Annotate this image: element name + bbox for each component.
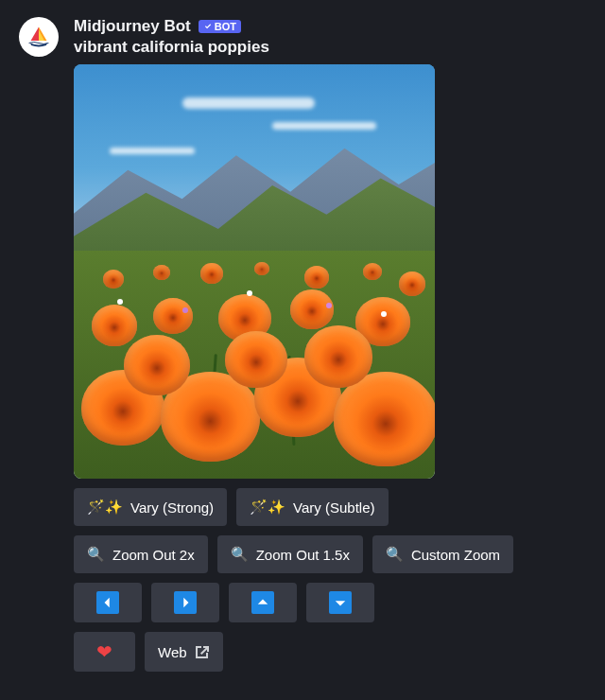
check-icon xyxy=(203,22,213,31)
vary-subtle-label: Vary (Subtle) xyxy=(293,499,374,516)
heart-icon: ❤ xyxy=(96,640,112,663)
generated-image[interactable] xyxy=(74,64,435,479)
zoom-out-2x-button[interactable]: 🔍 Zoom Out 2x xyxy=(74,535,208,573)
zoom-out-1-5x-button[interactable]: 🔍 Zoom Out 1.5x xyxy=(217,535,363,573)
author-name: Midjourney Bot xyxy=(74,17,191,36)
arrow-right-icon xyxy=(174,591,197,614)
zoom-15x-label: Zoom Out 1.5x xyxy=(256,547,350,563)
arrow-up-icon xyxy=(251,591,274,614)
vary-subtle-button[interactable]: 🪄✨ Vary (Subtle) xyxy=(236,488,388,526)
pan-down-button[interactable] xyxy=(306,583,374,622)
magnifier-icon: 🔍 xyxy=(386,546,404,563)
pan-up-button[interactable] xyxy=(229,583,297,622)
bot-badge-label: BOT xyxy=(215,21,236,32)
button-row-zoom: 🔍 Zoom Out 2x 🔍 Zoom Out 1.5x 🔍 Custom Z… xyxy=(74,535,586,573)
bot-badge: BOT xyxy=(199,20,241,33)
web-label: Web xyxy=(158,644,187,660)
message: Midjourney Bot BOT vibrant california po… xyxy=(0,0,605,691)
arrow-left-icon xyxy=(96,591,119,614)
zoom-2x-label: Zoom Out 2x xyxy=(112,547,195,563)
avatar xyxy=(19,17,59,57)
custom-zoom-label: Custom Zoom xyxy=(411,547,500,563)
custom-zoom-button[interactable]: 🔍 Custom Zoom xyxy=(372,535,513,573)
prompt-text: vibrant california poppies xyxy=(74,38,586,57)
vary-strong-button[interactable]: 🪄✨ Vary (Strong) xyxy=(74,488,227,526)
button-grid: 🪄✨ Vary (Strong) 🪄✨ Vary (Subtle) 🔍 Zoom… xyxy=(74,488,586,672)
button-row-vary: 🪄✨ Vary (Strong) 🪄✨ Vary (Subtle) xyxy=(74,488,586,526)
message-header: Midjourney Bot BOT xyxy=(74,17,586,36)
magnifier-icon: 🔍 xyxy=(231,546,249,563)
vary-strong-label: Vary (Strong) xyxy=(130,499,214,516)
button-row-pan xyxy=(74,583,586,622)
external-link-icon xyxy=(195,644,210,659)
web-button[interactable]: Web xyxy=(145,632,223,672)
message-content: Midjourney Bot BOT vibrant california po… xyxy=(74,17,586,672)
pan-right-button[interactable] xyxy=(151,583,219,622)
arrow-down-icon xyxy=(329,591,352,614)
wand-icon: 🪄✨ xyxy=(87,499,123,516)
button-row-actions: ❤ Web xyxy=(74,632,586,672)
sailboat-icon xyxy=(26,25,51,49)
wand-icon: 🪄✨ xyxy=(250,499,285,516)
favorite-button[interactable]: ❤ xyxy=(74,632,135,672)
magnifier-icon: 🔍 xyxy=(87,546,105,563)
pan-left-button[interactable] xyxy=(74,583,142,622)
